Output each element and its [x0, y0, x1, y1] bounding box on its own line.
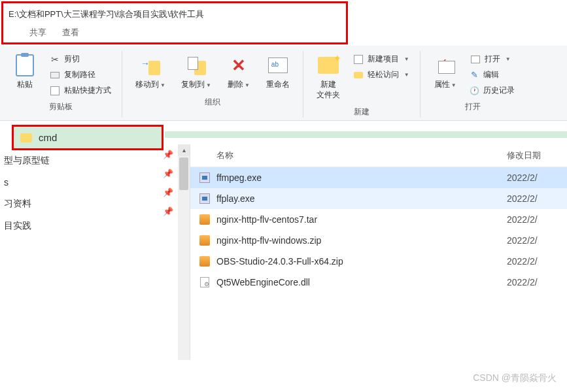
sidebar-item[interactable]: 型与原型链: [0, 150, 158, 172]
edit-label: 编辑: [483, 69, 499, 80]
chevron-down-icon: ▼: [451, 82, 456, 88]
copy-to-button[interactable]: 复制到▼: [176, 51, 216, 93]
ribbon: 粘贴 ✂ 剪切 复制路径 粘贴快捷方式 剪贴板: [0, 46, 567, 121]
properties-label: 属性: [434, 80, 450, 89]
dll-file-icon: [198, 276, 211, 289]
file-date: 2022/2/: [507, 172, 559, 183]
chevron-down-icon: ▼: [506, 56, 511, 62]
ribbon-group-open: 属性▼ 打开 ▼ 编辑 历史记录 打开: [421, 51, 525, 118]
ribbon-group-clipboard: 粘贴 ✂ 剪切 复制路径 粘贴快捷方式 剪贴板: [0, 51, 122, 118]
delete-icon: ✕: [227, 54, 250, 77]
easy-access-icon: [353, 70, 364, 80]
open-button[interactable]: 打开 ▼: [468, 52, 517, 66]
breadcrumb-bar-bg: [165, 131, 567, 138]
sidebar-item[interactable]: 目实践: [0, 215, 158, 237]
paste-shortcut-button[interactable]: 粘贴快捷方式: [47, 84, 114, 97]
ribbon-group-organize: 移动到▼ 复制到▼ ✕ 删除▼ 重命名 组织: [122, 51, 303, 118]
breadcrumb-input[interactable]: cmd: [39, 132, 57, 143]
edit-icon: [470, 71, 479, 80]
move-to-icon: [139, 54, 162, 77]
copy-to-icon: [184, 54, 208, 77]
paste-button[interactable]: 粘贴: [8, 51, 42, 93]
history-icon: [470, 86, 479, 95]
delete-label: 删除: [228, 80, 243, 89]
address-bar[interactable]: E:\文档和PPT\大三课程学习\综合项目实践\软件工具: [9, 6, 341, 23]
file-name: nginx-http-flv-centos7.tar: [216, 214, 507, 225]
column-header-name[interactable]: 名称: [198, 150, 507, 161]
scroll-up-icon[interactable]: ▴: [178, 144, 190, 156]
zip-file-icon: [198, 213, 211, 226]
new-folder-button[interactable]: 新建 文件夹: [311, 51, 345, 103]
exe-file-icon: [198, 171, 211, 184]
file-name: ffplay.exe: [216, 193, 507, 204]
move-to-label: 移动到: [135, 80, 159, 89]
chevron-down-icon: ▼: [245, 82, 250, 88]
copy-path-button[interactable]: 复制路径: [47, 68, 114, 82]
copy-path-icon: [50, 70, 60, 80]
paste-shortcut-label: 粘贴快捷方式: [64, 85, 111, 96]
column-header-modified[interactable]: 修改日期: [507, 150, 559, 161]
rename-button[interactable]: 重命名: [261, 51, 295, 93]
new-item-icon: [353, 54, 364, 65]
shortcut-icon: [50, 86, 60, 96]
file-name: OBS-Studio-24.0.3-Full-x64.zip: [216, 256, 507, 267]
file-row[interactable]: ffmpeg.exe2022/2/: [190, 167, 567, 188]
file-name: Qt5WebEngineCore.dll: [216, 277, 507, 287]
pin-icon[interactable]: 📌: [163, 150, 173, 159]
file-date: 2022/2/: [507, 277, 559, 287]
history-button[interactable]: 历史记录: [468, 84, 517, 97]
open-icon: [470, 54, 481, 65]
file-date: 2022/2/: [507, 256, 559, 267]
new-item-button[interactable]: 新建项目 ▼: [351, 52, 412, 66]
sidebar-list: 型与原型链 s 习资料 目实践: [0, 144, 158, 360]
new-folder-label: 新建 文件夹: [317, 80, 340, 100]
tab-view[interactable]: 查看: [62, 27, 79, 39]
group-label-open: 打开: [465, 101, 481, 112]
file-row[interactable]: nginx-http-flv-windows.zip2022/2/: [190, 230, 567, 251]
clipboard-icon: [13, 54, 37, 77]
paste-label: 粘贴: [17, 80, 33, 90]
navigation-pane: 型与原型链 s 习资料 目实践 📌 📌 📌 📌 ▴: [0, 144, 190, 360]
rename-label: 重命名: [266, 80, 290, 90]
ribbon-tabs: 共享 查看: [9, 23, 341, 40]
copy-to-label: 复制到: [181, 80, 205, 89]
properties-button[interactable]: 属性▼: [428, 51, 462, 93]
tab-share[interactable]: 共享: [29, 27, 46, 39]
move-to-button[interactable]: 移动到▼: [130, 51, 171, 93]
file-row[interactable]: nginx-http-flv-centos7.tar2022/2/: [190, 209, 567, 230]
file-name: nginx-http-flv-windows.zip: [216, 235, 507, 246]
cut-button[interactable]: ✂ 剪切: [47, 52, 114, 66]
file-name: ffmpeg.exe: [216, 172, 507, 183]
content-area: 型与原型链 s 习资料 目实践 📌 📌 📌 📌 ▴ 名称 修改日期 ffmpeg…: [0, 144, 567, 360]
folder-icon: [20, 133, 32, 142]
edit-button[interactable]: 编辑: [468, 68, 517, 82]
file-row[interactable]: OBS-Studio-24.0.3-Full-x64.zip2022/2/: [190, 251, 567, 272]
address-highlight-box: E:\文档和PPT\大三课程学习\综合项目实践\软件工具 共享 查看: [1, 1, 348, 44]
file-list-header: 名称 修改日期: [190, 144, 567, 167]
sidebar-item[interactable]: 习资料: [0, 193, 158, 215]
file-row[interactable]: ffplay.exe2022/2/: [190, 188, 567, 209]
sidebar-scrollbar[interactable]: ▴: [178, 144, 190, 360]
easy-access-button[interactable]: 轻松访问 ▼: [351, 68, 412, 82]
pin-icon[interactable]: 📌: [163, 169, 173, 178]
open-label: 打开: [485, 54, 500, 65]
zip-file-icon: [198, 255, 211, 268]
sidebar-item[interactable]: s: [0, 172, 158, 193]
scroll-thumb[interactable]: [179, 157, 188, 190]
delete-button[interactable]: ✕ 删除▼: [222, 51, 256, 93]
chevron-down-icon: ▼: [206, 82, 211, 88]
watermark: CSDN @青陨焱骨火: [473, 372, 557, 384]
file-row[interactable]: Qt5WebEngineCore.dll2022/2/: [190, 272, 567, 293]
pin-icon[interactable]: 📌: [163, 188, 173, 197]
file-date: 2022/2/: [507, 214, 559, 225]
pin-icon[interactable]: 📌: [163, 206, 173, 216]
new-item-label: 新建项目: [368, 54, 399, 65]
copy-path-label: 复制路径: [64, 69, 95, 80]
properties-icon: [434, 54, 457, 77]
file-date: 2022/2/: [507, 235, 559, 246]
file-list: 名称 修改日期 ffmpeg.exe2022/2/ffplay.exe2022/…: [190, 144, 567, 360]
group-label-new: 新建: [354, 106, 369, 118]
easy-access-label: 轻松访问: [368, 69, 399, 80]
scissors-icon: ✂: [50, 54, 60, 65]
chevron-down-icon: ▼: [404, 56, 409, 62]
